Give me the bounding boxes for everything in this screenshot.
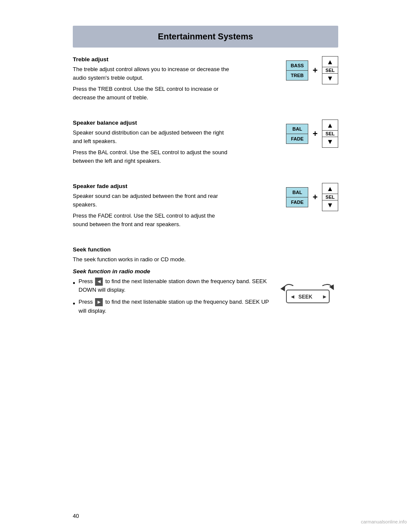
speaker-balance-body: Speaker sound distribution can be adjust… bbox=[73, 129, 231, 166]
treble-sel-label: SEL bbox=[322, 67, 338, 74]
bullet-dot-1: • bbox=[73, 278, 75, 289]
balance-control-box: BAL FADE bbox=[286, 124, 308, 144]
treble-diagram: BASS TREB + ▲ SEL ▼ bbox=[286, 56, 338, 84]
treble-adjust-body: The treble adjust control allows you to … bbox=[73, 65, 231, 102]
balance-plus: + bbox=[313, 129, 318, 139]
seek-function-section: Seek function The seek function works in… bbox=[73, 246, 338, 319]
seek-bullet-2-text: Press ► to find the next listenable stat… bbox=[79, 298, 270, 315]
seek-bullets-container: • Press ◄ to find the next listenable st… bbox=[73, 277, 270, 319]
seek-bullet-1: • Press ◄ to find the next listenable st… bbox=[73, 277, 270, 294]
svg-text:►: ► bbox=[322, 293, 328, 300]
treble-adjust-section: Treble adjust The treble adjust control … bbox=[73, 56, 338, 112]
seek-bullet-1-text: Press ◄ to find the next listenable stat… bbox=[79, 277, 270, 294]
fade-diagram: BAL FADE + ▲ SEL ▼ bbox=[286, 183, 338, 211]
seek-right-arrow-inline: ► bbox=[95, 298, 103, 306]
speaker-fade-section: Speaker fade adjust Speaker sound can be… bbox=[73, 183, 338, 239]
seek-left-arrow-inline: ◄ bbox=[95, 278, 103, 286]
seek-bullet-list: • Press ◄ to find the next listenable st… bbox=[73, 277, 270, 315]
seek-diagram-svg: ◄ SEEK ► bbox=[280, 281, 336, 306]
treble-plus: + bbox=[313, 66, 318, 75]
treble-up-arrow: ▲ bbox=[322, 57, 338, 67]
treble-control-box: BASS TREB bbox=[286, 60, 308, 81]
fade-fade-label: FADE bbox=[286, 197, 308, 207]
seek-function-title: Seek function bbox=[73, 246, 338, 253]
bass-label: BASS bbox=[286, 61, 308, 71]
fade-bal-label: BAL bbox=[286, 188, 308, 197]
balance-diagram: BAL FADE + ▲ SEL ▼ bbox=[286, 120, 338, 148]
fade-up-arrow: ▲ bbox=[322, 183, 338, 194]
content-area: Treble adjust The treble adjust control … bbox=[73, 56, 338, 319]
page-number: 40 bbox=[73, 513, 79, 519]
fade-para-2: Press the FADE control. Use the SEL cont… bbox=[73, 212, 231, 229]
balance-up-arrow: ▲ bbox=[322, 120, 338, 131]
bal-label-top: BAL bbox=[286, 124, 308, 134]
treble-para-2: Press the TREB control. Use the SEL cont… bbox=[73, 85, 231, 102]
treble-sel-box: ▲ SEL ▼ bbox=[322, 56, 338, 84]
balance-para-2: Press the BAL control. Use the SEL contr… bbox=[73, 148, 231, 165]
balance-sel-label: SEL bbox=[322, 131, 338, 137]
treble-control-diagram: BASS TREB + ▲ SEL ▼ bbox=[286, 56, 338, 84]
fade-label-bottom: FADE bbox=[286, 134, 308, 143]
fade-control-diagram: BAL FADE + ▲ SEL ▼ bbox=[286, 183, 338, 211]
fade-sel-label: SEL bbox=[322, 194, 338, 200]
fade-plus: + bbox=[313, 192, 318, 202]
treble-para-1: The treble adjust control allows you to … bbox=[73, 65, 231, 82]
bullet-dot-2: • bbox=[73, 299, 75, 309]
fade-para-1: Speaker sound can be adjusted between th… bbox=[73, 192, 231, 209]
header-banner: Entertainment Systems bbox=[73, 26, 338, 48]
watermark: carmanualsonline.info bbox=[361, 519, 407, 524]
seek-intro: The seek function works in radio or CD m… bbox=[73, 255, 338, 264]
fade-sel-box: ▲ SEL ▼ bbox=[322, 183, 338, 211]
page-title: Entertainment Systems bbox=[83, 32, 328, 42]
seek-radio-mode-title: Seek function in radio mode bbox=[73, 268, 338, 275]
balance-para-1: Speaker sound distribution can be adjust… bbox=[73, 129, 231, 146]
speaker-fade-body: Speaker sound can be adjusted between th… bbox=[73, 192, 231, 229]
seek-image-area: ◄ SEEK ► bbox=[278, 281, 338, 306]
fade-down-arrow: ▼ bbox=[322, 200, 338, 211]
balance-control-diagram: BAL FADE + ▲ SEL ▼ bbox=[286, 120, 338, 148]
treb-label: TREB bbox=[286, 71, 308, 80]
treble-down-arrow: ▼ bbox=[322, 74, 338, 84]
speaker-balance-section: Speaker balance adjust Speaker sound dis… bbox=[73, 120, 338, 175]
balance-down-arrow: ▼ bbox=[322, 137, 338, 147]
svg-text:◄: ◄ bbox=[290, 293, 295, 300]
seek-section-container: • Press ◄ to find the next listenable st… bbox=[73, 277, 338, 319]
fade-control-box: BAL FADE bbox=[286, 187, 308, 207]
seek-bullet-2: • Press ► to find the next listenable st… bbox=[73, 298, 270, 315]
balance-sel-box: ▲ SEL ▼ bbox=[322, 120, 338, 148]
svg-text:SEEK: SEEK bbox=[298, 294, 313, 300]
